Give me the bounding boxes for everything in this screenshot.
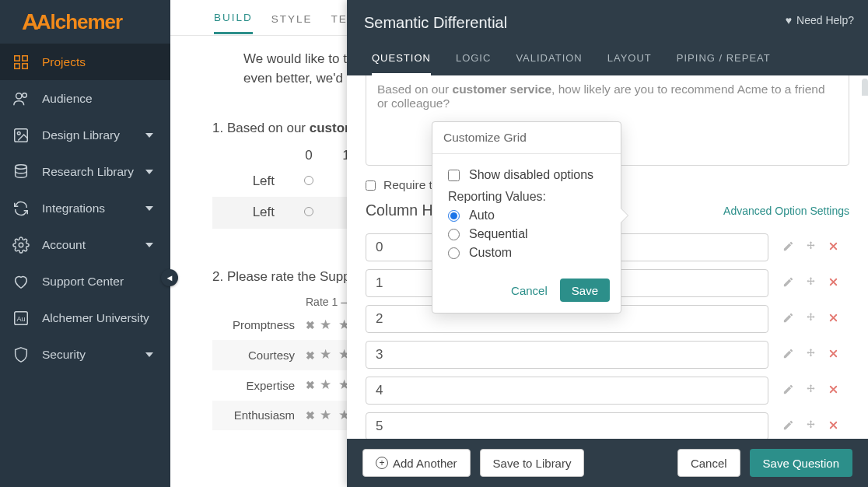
rating-row-label: Enthusiasm xyxy=(212,407,306,424)
popover-save-button[interactable]: Save xyxy=(560,279,610,302)
sidebar-item-label: Security xyxy=(42,348,145,362)
pencil-icon[interactable] xyxy=(782,312,794,327)
move-icon[interactable] xyxy=(805,419,817,434)
svg-rect-3 xyxy=(23,63,27,68)
save-question-button[interactable]: Save Question xyxy=(750,449,852,477)
delete-icon[interactable] xyxy=(828,276,839,291)
pencil-icon[interactable] xyxy=(782,348,794,363)
advanced-option-settings-link[interactable]: Advanced Option Settings xyxy=(723,205,849,217)
cancel-button[interactable]: Cancel xyxy=(677,449,740,477)
clear-icon[interactable]: ✖ xyxy=(306,317,315,333)
delete-icon[interactable] xyxy=(828,348,839,363)
show-disabled-checkbox[interactable] xyxy=(448,170,460,181)
sync-icon xyxy=(12,200,30,217)
sidebar-item-projects[interactable]: Projects xyxy=(0,44,170,80)
delete-icon[interactable] xyxy=(828,384,839,398)
tab-style[interactable]: STYLE xyxy=(271,2,313,33)
svg-point-8 xyxy=(16,164,27,169)
panel-tab-layout[interactable]: LAYOUT xyxy=(607,47,652,75)
sidebar-item-label: Research Library xyxy=(42,165,145,179)
rating-row-label: Expertise xyxy=(212,377,306,394)
svg-text:Au: Au xyxy=(16,314,25,322)
clear-icon[interactable]: ✖ xyxy=(306,408,315,423)
svg-point-9 xyxy=(19,243,23,247)
diff-left-label: Left xyxy=(212,172,290,191)
heart-icon xyxy=(12,273,30,290)
tab-build[interactable]: BUILD xyxy=(214,1,253,34)
pencil-icon[interactable] xyxy=(782,384,794,398)
chevron-down-icon xyxy=(145,133,153,138)
brand-logo: AAlchemer xyxy=(0,0,170,44)
sidebar-item-label: Projects xyxy=(42,55,158,69)
database-icon xyxy=(12,163,30,180)
heart-icon: ♥ xyxy=(786,14,792,26)
au-badge-icon: Au xyxy=(12,310,30,327)
reporting-radio[interactable] xyxy=(448,210,460,222)
panel-tab-question[interactable]: QUESTION xyxy=(372,47,431,75)
reporting-radio[interactable] xyxy=(448,229,460,240)
popover-title: Customize Grid xyxy=(432,122,621,154)
gear-icon xyxy=(12,236,30,254)
header-input[interactable] xyxy=(366,412,768,439)
radio-option[interactable] xyxy=(304,207,313,216)
sidebar-item-design-library[interactable]: Design Library xyxy=(0,117,170,153)
show-disabled-row[interactable]: Show disabled options xyxy=(448,168,605,182)
scrollbar[interactable] xyxy=(862,79,868,391)
svg-rect-2 xyxy=(15,63,19,68)
svg-point-4 xyxy=(16,93,22,98)
pencil-icon[interactable] xyxy=(782,419,794,434)
panel-tab-piping[interactable]: PIPING / REPEAT xyxy=(677,47,771,75)
delete-icon[interactable] xyxy=(828,312,839,327)
radio-option[interactable] xyxy=(304,176,313,185)
add-another-button[interactable]: +Add Another xyxy=(362,449,471,477)
need-help-link[interactable]: ♥Need Help? xyxy=(786,14,854,26)
sidebar-item-account[interactable]: Account xyxy=(0,226,170,263)
sidebar-item-research-library[interactable]: Research Library xyxy=(0,153,170,190)
reporting-option-sequential[interactable]: Sequential xyxy=(448,227,605,241)
move-icon[interactable] xyxy=(805,240,817,255)
reporting-values-label: Reporting Values: xyxy=(448,190,605,204)
chevron-down-icon xyxy=(145,170,153,174)
header-input[interactable] xyxy=(366,377,768,405)
require-checkbox[interactable] xyxy=(366,180,376,191)
pencil-icon[interactable] xyxy=(782,276,794,291)
panel-tab-validation[interactable]: VALIDATION xyxy=(516,47,582,75)
sidebar-item-label: Integrations xyxy=(42,201,145,215)
sidebar: AAlchemer Projects Audience Design Libra… xyxy=(0,0,170,487)
users-icon xyxy=(12,90,30,107)
panel-tab-logic[interactable]: LOGIC xyxy=(456,47,491,75)
delete-icon[interactable] xyxy=(828,419,839,434)
svg-rect-6 xyxy=(15,128,28,142)
chevron-down-icon xyxy=(145,206,153,211)
header-input[interactable] xyxy=(366,341,768,369)
sidebar-item-audience[interactable]: Audience xyxy=(0,80,170,117)
svg-point-7 xyxy=(17,131,20,135)
grid-icon xyxy=(12,54,30,71)
delete-icon[interactable] xyxy=(828,240,839,255)
scale-header: 0 xyxy=(290,146,327,166)
save-to-library-button[interactable]: Save to Library xyxy=(480,449,585,477)
plus-icon: + xyxy=(376,457,388,469)
popover-cancel-link[interactable]: Cancel xyxy=(511,284,548,297)
chevron-down-icon xyxy=(145,243,153,247)
reporting-radio[interactable] xyxy=(448,247,460,259)
sidebar-item-integrations[interactable]: Integrations xyxy=(0,190,170,226)
pencil-icon[interactable] xyxy=(782,240,794,255)
move-icon[interactable] xyxy=(805,348,817,363)
svg-rect-0 xyxy=(15,55,19,60)
shield-icon xyxy=(12,346,30,363)
clear-icon[interactable]: ✖ xyxy=(306,377,315,393)
reporting-option-custom[interactable]: Custom xyxy=(448,246,605,260)
reporting-option-auto[interactable]: Auto xyxy=(448,208,605,222)
sidebar-item-security[interactable]: Security xyxy=(0,336,170,373)
sidebar-item-label: Alchemer University xyxy=(42,311,158,325)
sidebar-item-support-center[interactable]: Support Center xyxy=(0,263,170,300)
move-icon[interactable] xyxy=(805,312,817,327)
clear-icon[interactable]: ✖ xyxy=(306,348,315,363)
move-icon[interactable] xyxy=(805,384,817,398)
sidebar-item-alchemer-university[interactable]: Au Alchemer University xyxy=(0,300,170,336)
sidebar-item-label: Support Center xyxy=(42,275,158,289)
sidebar-item-label: Audience xyxy=(42,92,158,106)
rating-row-label: Courtesy xyxy=(212,347,306,364)
move-icon[interactable] xyxy=(805,276,817,291)
